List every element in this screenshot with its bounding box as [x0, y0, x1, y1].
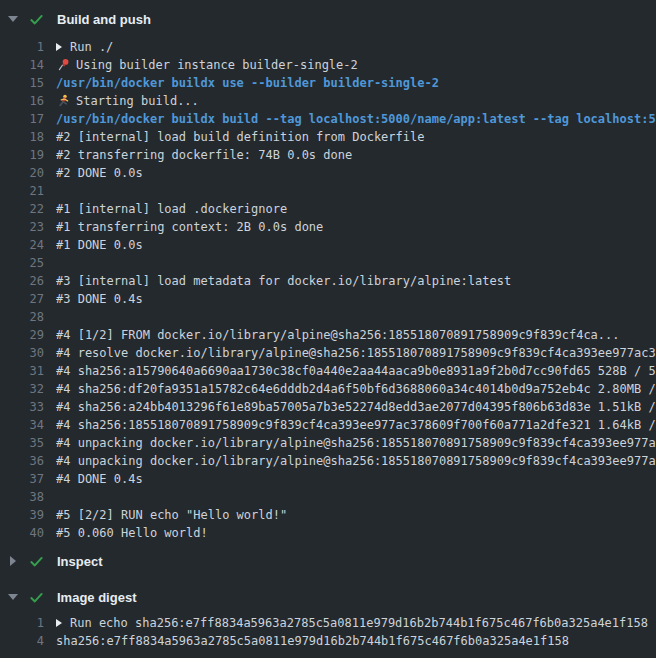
log-text: #3 [internal] load metadata for docker.i…	[56, 272, 511, 290]
workflow-log-viewer: Build and push 1 Run ./ 14 Using builder…	[0, 0, 656, 658]
check-icon	[29, 590, 44, 605]
line-number[interactable]: 38	[0, 488, 44, 506]
chevron-down-icon	[8, 16, 18, 22]
log-text: #4 sha256:185518070891758909c9f839cf4ca3…	[56, 416, 656, 434]
section-title: Image digest	[57, 590, 136, 605]
line-number[interactable]: 34	[0, 416, 44, 434]
line-number[interactable]: 23	[0, 218, 44, 236]
log-text: /usr/bin/docker buildx build --tag local…	[56, 110, 656, 128]
log-text: #1 transferring context: 2B 0.0s done	[56, 218, 323, 236]
log-line: 29 #4 [1/2] FROM docker.io/library/alpin…	[0, 326, 656, 344]
line-number[interactable]: 17	[0, 110, 44, 128]
log-text: #2 DONE 0.0s	[56, 164, 143, 182]
line-number[interactable]: 22	[0, 200, 44, 218]
line-number[interactable]: 24	[0, 236, 44, 254]
log-text: Starting build...	[76, 92, 199, 110]
log-text: #5 0.060 Hello world!	[56, 524, 208, 542]
log-text: #3 DONE 0.4s	[56, 290, 143, 308]
line-number[interactable]: 36	[0, 452, 44, 470]
line-number[interactable]: 35	[0, 434, 44, 452]
log-line: 31 #4 sha256:a15790640a6690aa1730c38cf0a…	[0, 362, 656, 380]
line-number[interactable]: 19	[0, 146, 44, 164]
log-text: #4 unpacking docker.io/library/alpine@sh…	[56, 434, 656, 452]
log-text: #4 DONE 0.4s	[56, 470, 143, 488]
log-line: 32 #4 sha256:df20fa9351a15782c64e6dddb2d…	[0, 380, 656, 398]
log-text: #2 transferring dockerfile: 74B 0.0s don…	[56, 146, 352, 164]
log-section: Image digest 1 Run echo sha256:e7ff8834a…	[0, 584, 656, 650]
pushpin-icon	[56, 58, 70, 72]
line-number[interactable]: 37	[0, 470, 44, 488]
log-line: 39 #5 [2/2] RUN echo "Hello world!"	[0, 506, 656, 524]
log-line: 15 /usr/bin/docker buildx use --builder …	[0, 74, 656, 92]
log-text: #1 [internal] load .dockerignore	[56, 200, 287, 218]
line-number[interactable]: 29	[0, 326, 44, 344]
line-number[interactable]: 31	[0, 362, 44, 380]
log-line: 34 #4 sha256:185518070891758909c9f839cf4…	[0, 416, 656, 434]
log-line: 25	[0, 254, 656, 272]
chevron-right-icon	[10, 556, 16, 566]
log-line: 36 #4 unpacking docker.io/library/alpine…	[0, 452, 656, 470]
line-number[interactable]: 25	[0, 254, 44, 272]
log-text: /usr/bin/docker buildx use --builder bui…	[56, 74, 439, 92]
log-line: 28	[0, 308, 656, 326]
log-line: 30 #4 resolve docker.io/library/alpine@s…	[0, 344, 656, 362]
log-line: 27 #3 DONE 0.4s	[0, 290, 656, 308]
line-number[interactable]: 1	[0, 38, 44, 56]
line-number[interactable]: 20	[0, 164, 44, 182]
section-title: Inspect	[57, 554, 103, 569]
log-line: 18 #2 [internal] load build definition f…	[0, 128, 656, 146]
runner-icon	[56, 94, 70, 108]
log-line: 16 Starting build...	[0, 92, 656, 110]
line-number[interactable]: 39	[0, 506, 44, 524]
log-text: #4 sha256:df20fa9351a15782c64e6dddb2d4a6…	[56, 380, 656, 398]
line-number[interactable]: 15	[0, 74, 44, 92]
log-section: Build and push 1 Run ./ 14 Using builder…	[0, 6, 656, 542]
line-number[interactable]: 28	[0, 308, 44, 326]
line-number[interactable]: 16	[0, 92, 44, 110]
log-line: 4 sha256:e7ff8834a5963a2785c5a0811e979d1…	[0, 632, 656, 650]
log-line: 22 #1 [internal] load .dockerignore	[0, 200, 656, 218]
log-text: Run echo sha256:e7ff8834a5963a2785c5a081…	[70, 614, 648, 632]
log-section: Inspect	[0, 548, 656, 574]
log-text: #4 [1/2] FROM docker.io/library/alpine@s…	[56, 326, 620, 344]
log-text: #1 DONE 0.0s	[56, 236, 143, 254]
log-text: #4 sha256:a15790640a6690aa1730c38cf0a440…	[56, 362, 656, 380]
line-number[interactable]: 40	[0, 524, 44, 542]
log-text: #2 [internal] load build definition from…	[56, 128, 424, 146]
section-header-inspect[interactable]: Inspect	[0, 548, 656, 574]
log-text: #4 unpacking docker.io/library/alpine@sh…	[56, 452, 656, 470]
log-line: 21	[0, 182, 656, 200]
check-icon	[29, 554, 44, 569]
log-line: 1 Run echo sha256:e7ff8834a5963a2785c5a0…	[0, 614, 656, 632]
log-line: 33 #4 sha256:a24bb4013296f61e89ba57005a7…	[0, 398, 656, 416]
play-icon[interactable]	[56, 43, 62, 51]
line-number[interactable]: 26	[0, 272, 44, 290]
line-number[interactable]: 18	[0, 128, 44, 146]
log-line: 26 #3 [internal] load metadata for docke…	[0, 272, 656, 290]
section-header-build-and-push[interactable]: Build and push	[0, 6, 656, 32]
chevron-down-icon	[8, 594, 18, 600]
line-number[interactable]: 4	[0, 632, 44, 650]
log-line: 20 #2 DONE 0.0s	[0, 164, 656, 182]
line-number[interactable]: 27	[0, 290, 44, 308]
check-icon	[29, 12, 44, 27]
line-number[interactable]: 32	[0, 380, 44, 398]
line-number[interactable]: 14	[0, 56, 44, 74]
line-number[interactable]: 33	[0, 398, 44, 416]
log-text: #4 sha256:a24bb4013296f61e89ba57005a7b3e…	[56, 398, 656, 416]
log-text: sha256:e7ff8834a5963a2785c5a0811e979d16b…	[56, 632, 569, 650]
log-line: 23 #1 transferring context: 2B 0.0s done	[0, 218, 656, 236]
log-line: 17 /usr/bin/docker buildx build --tag lo…	[0, 110, 656, 128]
play-icon[interactable]	[56, 619, 62, 627]
line-number[interactable]: 1	[0, 614, 44, 632]
section-header-image-digest[interactable]: Image digest	[0, 584, 656, 610]
line-number[interactable]: 30	[0, 344, 44, 362]
section-title: Build and push	[57, 12, 151, 27]
log-line: 14 Using builder instance builder-single…	[0, 56, 656, 74]
log-text: Run ./	[70, 38, 113, 56]
log-line: 37 #4 DONE 0.4s	[0, 470, 656, 488]
log-line: 38	[0, 488, 656, 506]
line-number[interactable]: 21	[0, 182, 44, 200]
log-line: 40 #5 0.060 Hello world!	[0, 524, 656, 542]
log-text: #4 resolve docker.io/library/alpine@sha2…	[56, 344, 656, 362]
